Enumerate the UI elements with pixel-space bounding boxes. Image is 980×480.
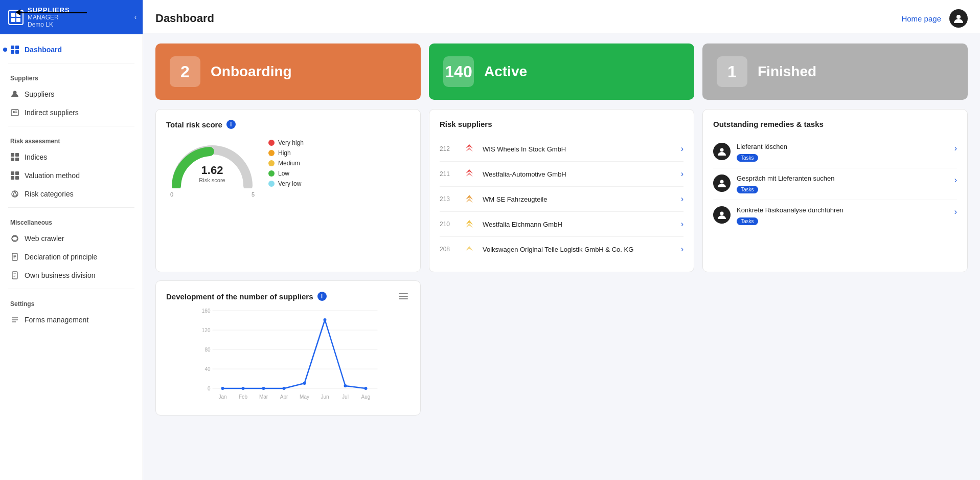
valuation-icon [10, 171, 19, 180]
risk-list-item-3[interactable]: 213 WM SE Fahrzeugteile › [440, 187, 683, 212]
sidebar-item-label-valuation: Valuation method [25, 171, 80, 180]
section-label-suppliers: Suppliers [0, 68, 143, 85]
svg-text:May: May [300, 394, 309, 400]
topbar-right: Home page [901, 9, 968, 28]
svg-text:Jan: Jan [218, 394, 226, 400]
legend-medium: Medium [268, 160, 304, 167]
onboarding-label: Onboarding [211, 63, 292, 80]
sidebar-item-suppliers[interactable]: Suppliers [0, 85, 143, 103]
gauge-container: 1.62 Risk score 0 5 Very high [166, 137, 410, 198]
home-page-link[interactable]: Home page [901, 14, 941, 23]
gauge-number: 1.62 [199, 164, 225, 177]
svg-text:0: 0 [208, 386, 211, 391]
svg-point-35 [720, 180, 724, 184]
sidebar-item-valuation[interactable]: Valuation method [0, 166, 143, 185]
outstanding-tasks-title: Outstanding remedies & tasks [713, 120, 957, 128]
risk-suppliers-title: Risk suppliers [440, 120, 683, 128]
indices-icon [10, 152, 19, 162]
topbar: Dashboard Home page [143, 0, 980, 33]
svg-rect-1 [15, 46, 19, 49]
sidebar-item-label-risk-categories: Risk categories [25, 190, 74, 198]
svg-text:Jun: Jun [321, 394, 329, 400]
risk-level-icon-3 [462, 192, 476, 206]
task-item-1[interactable]: Lieferant löschen Tasks › [713, 137, 957, 168]
sidebar-collapse-button[interactable]: ‹ [134, 14, 136, 21]
task-chevron-2: › [954, 174, 957, 185]
gauge-wrap: 1.62 Risk score 0 5 [166, 137, 258, 198]
own-business-icon [10, 271, 19, 280]
svg-point-57 [262, 387, 265, 390]
sidebar-item-indices[interactable]: Indices [0, 148, 143, 166]
active-label: Active [484, 63, 527, 80]
status-card-active[interactable]: 140 Active [429, 43, 694, 100]
risk-name-1: WIS Wheels In Stock GmbH [483, 145, 675, 153]
risk-legend: Very high High Medium Low [268, 137, 304, 187]
status-card-onboarding[interactable]: 2 Onboarding [155, 43, 421, 100]
status-card-finished[interactable]: 1 Finished [702, 43, 968, 100]
task-item-2[interactable]: Gespräch mit Lieferanten suchen Tasks › [713, 168, 957, 200]
task-badge-2: Tasks [737, 186, 758, 193]
sidebar-item-forms[interactable]: Forms management [0, 311, 143, 329]
risk-id-3: 213 [440, 195, 456, 203]
risk-chevron-1: › [681, 144, 683, 154]
sidebar-demo: Demo LK [28, 21, 70, 28]
svg-text:Mar: Mar [259, 394, 268, 400]
risk-list-item-2[interactable]: 211 Westfalia-Automotive GmbH › [440, 162, 683, 187]
forms-icon [10, 315, 19, 324]
task-chevron-1: › [954, 143, 957, 153]
svg-point-58 [283, 387, 286, 390]
page-title: Dashboard [155, 12, 214, 25]
divider-2 [8, 126, 134, 126]
task-avatar-3 [713, 206, 731, 224]
risk-score-info-icon[interactable]: i [226, 120, 236, 129]
risk-chevron-5: › [681, 245, 683, 254]
dashboard-icon [10, 45, 19, 54]
risk-id-4: 210 [440, 221, 456, 228]
task-item-3[interactable]: Konkrete Risikoanalyse durchführen Tasks… [713, 200, 957, 231]
section-label-settings: Settings [0, 293, 143, 311]
widget-outstanding-tasks: Outstanding remedies & tasks Lieferant l… [702, 109, 968, 272]
risk-list-item-4[interactable]: 210 Westfalia Eichmann GmbH › [440, 212, 683, 237]
web-crawler-icon [10, 234, 19, 243]
svg-point-60 [324, 318, 327, 321]
sidebar-item-web-crawler[interactable]: Web crawler [0, 229, 143, 248]
svg-point-62 [364, 387, 368, 390]
sidebar-item-label-indices: Indices [25, 153, 47, 161]
legend-dot-low [268, 170, 275, 177]
sidebar-item-label-indirect-suppliers: Indirect suppliers [25, 108, 79, 117]
suppliers-chart-info-icon[interactable]: i [317, 292, 327, 301]
user-avatar[interactable] [949, 9, 968, 28]
chart-menu-icon[interactable] [397, 291, 410, 301]
sidebar-item-indirect-suppliers[interactable]: Indirect suppliers [0, 103, 143, 122]
sidebar-item-dashboard[interactable]: Dashboard [0, 40, 143, 59]
sidebar-item-label-web-crawler: Web crawler [25, 234, 64, 243]
risk-chevron-3: › [681, 194, 683, 204]
task-badge-1: Tasks [737, 154, 758, 162]
finished-number: 1 [717, 56, 747, 87]
svg-point-56 [242, 387, 245, 390]
legend-very-high: Very high [268, 139, 304, 146]
task-list: Lieferant löschen Tasks › [713, 137, 957, 231]
sidebar-item-own-business[interactable]: Own business division [0, 266, 143, 285]
sidebar-item-declaration[interactable]: Declaration of principle [0, 248, 143, 266]
declaration-icon [10, 252, 19, 261]
task-content-1: Lieferant löschen Tasks [737, 143, 948, 162]
risk-list-item-5[interactable]: 208 Volkswagen Original Teile Logistik G… [440, 237, 683, 261]
main-content: Dashboard Home page 2 Onboarding 140 Act… [143, 0, 980, 480]
sidebar-item-risk-categories[interactable]: Risk categories [0, 185, 143, 203]
legend-low: Low [268, 170, 304, 177]
svg-rect-12 [15, 158, 19, 161]
svg-rect-11 [11, 158, 14, 161]
svg-text:40: 40 [204, 366, 211, 372]
gauge-value: 1.62 Risk score [199, 164, 225, 183]
legend-dot-very-low [268, 181, 275, 187]
svg-rect-9 [11, 153, 14, 157]
sidebar-nav: Dashboard Suppliers Suppliers [0, 34, 143, 335]
sidebar-item-label-dashboard: Dashboard [25, 46, 62, 54]
risk-list-item-1[interactable]: 212 WIS Wheels In Stock GmbH › [440, 137, 683, 162]
svg-point-33 [956, 15, 961, 19]
divider-4 [8, 289, 134, 289]
dashboard-body: 2 Onboarding 140 Active 1 Finished Total… [143, 33, 980, 480]
risk-name-5: Volkswagen Original Teile Logistik GmbH … [483, 246, 675, 253]
svg-rect-15 [11, 176, 14, 180]
